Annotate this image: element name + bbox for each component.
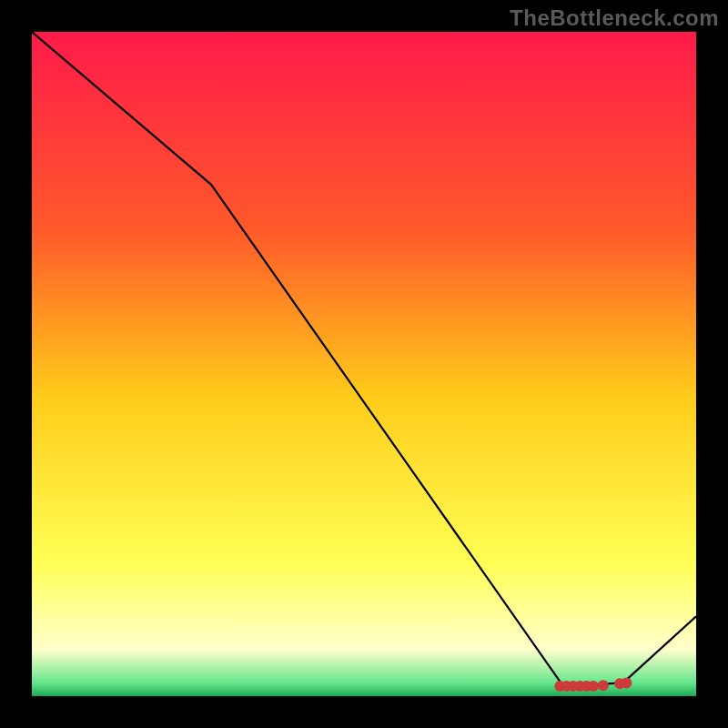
plot-area (32, 32, 696, 696)
marker-point (621, 677, 632, 688)
watermark-text: TheBottleneck.com (510, 5, 719, 31)
chart-background (32, 32, 696, 696)
marker-point (588, 681, 599, 692)
marker-point (598, 680, 609, 691)
chart-svg (32, 32, 696, 696)
chart-frame: TheBottleneck.com (0, 0, 728, 728)
